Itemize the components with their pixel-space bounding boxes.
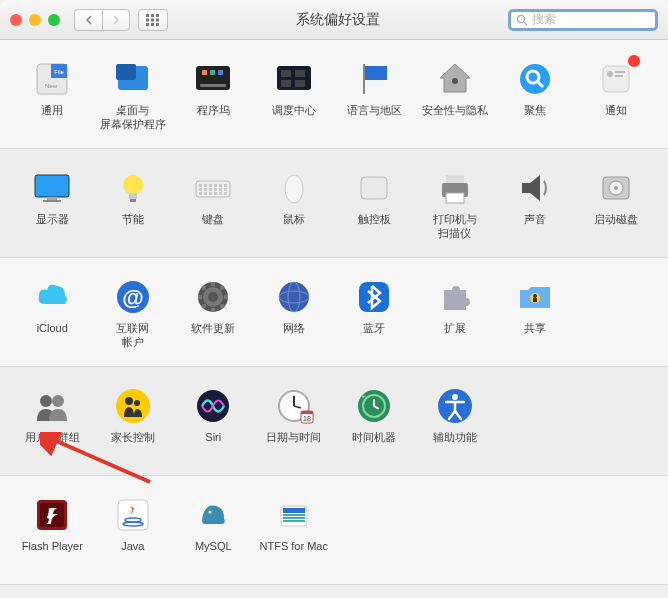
dock-icon [192,58,234,100]
pref-label: 扩展 [444,322,466,350]
pref-item-java[interactable]: Java [93,492,174,570]
close-icon[interactable] [10,14,22,26]
flash-icon [31,494,73,536]
pref-item-parental[interactable]: 家长控制 [93,383,174,461]
pref-item-displays[interactable]: 显示器 [12,165,93,243]
mission-icon [273,58,315,100]
search-placeholder: 搜索 [532,11,556,28]
pref-item-users[interactable]: 用户与群组 [12,383,93,461]
minimize-icon[interactable] [29,14,41,26]
svg-rect-47 [214,184,217,187]
pref-item-desktop[interactable]: 桌面与 屏幕保护程序 [93,56,174,134]
pref-item-notifications[interactable]: 通知 [576,56,657,134]
forward-button[interactable] [102,9,130,31]
svg-rect-81 [211,282,215,286]
svg-rect-114 [283,514,305,516]
show-all-button[interactable] [138,9,168,31]
svg-rect-46 [209,184,212,187]
disk-icon [595,167,637,209]
svg-point-105 [452,394,458,400]
pref-label: 语言与地区 [347,104,402,132]
pref-label: 辅助功能 [433,431,477,459]
svg-rect-19 [202,70,207,75]
parental-icon [112,385,154,427]
clock-icon: 18 [273,385,315,427]
svg-rect-49 [224,184,227,187]
pref-item-trackpad[interactable]: 触控板 [334,165,415,243]
pref-item-siri[interactable]: Siri [173,383,254,461]
svg-point-69 [614,186,618,190]
svg-point-9 [518,15,525,22]
pref-label: 打印机与 扫描仪 [433,213,477,241]
pref-item-mouse[interactable]: 鼠标 [254,165,335,243]
pref-item-icloud[interactable]: iCloud [12,274,93,352]
svg-rect-100 [301,411,313,414]
globe-icon [273,276,315,318]
svg-point-111 [209,511,212,514]
svg-rect-78 [202,304,206,308]
svg-rect-4 [151,18,154,21]
svg-rect-59 [214,192,217,195]
svg-rect-89 [533,298,537,302]
svg-rect-115 [283,517,305,519]
pref-label: 鼠标 [283,213,305,241]
pref-label: 时间机器 [352,431,396,459]
pref-item-accessibility[interactable]: 辅助功能 [415,383,496,461]
pref-item-extensions[interactable]: 扩展 [415,274,496,352]
java-icon [112,494,154,536]
pref-item-sharing[interactable]: 共享 [495,274,576,352]
pref-grid: FileNew通用桌面与 屏幕保护程序程序坞调度中心语言与地区安全性与隐私聚焦通… [0,40,668,585]
svg-rect-116 [283,520,305,522]
pref-item-bluetooth[interactable]: 蓝牙 [334,274,415,352]
pref-item-sound[interactable]: 声音 [495,165,576,243]
pref-label: 蓝牙 [363,322,385,350]
pref-item-dock[interactable]: 程序坞 [173,56,254,134]
pref-item-datetime[interactable]: 18日期与时间 [254,383,335,461]
pref-item-language[interactable]: 语言与地区 [334,56,415,134]
pref-row: FileNew通用桌面与 屏幕保护程序程序坞调度中心语言与地区安全性与隐私聚焦通… [0,40,668,149]
svg-point-29 [520,64,550,94]
pref-item-network[interactable]: 网络 [254,274,335,352]
pref-item-general[interactable]: FileNew通用 [12,56,93,134]
pref-item-printers[interactable]: 打印机与 扫描仪 [415,165,496,243]
pref-item-software[interactable]: 软件更新 [173,274,254,352]
notif-icon [595,58,637,100]
pref-label: 日期与时间 [266,431,321,459]
svg-rect-82 [220,286,224,290]
ntfs-icon [273,494,315,536]
pref-label: 网络 [283,322,305,350]
svg-text:18: 18 [303,415,311,422]
pref-row: iCloud@互联网 帐户软件更新网络蓝牙扩展共享 [0,258,668,367]
tm-icon [353,385,395,427]
pref-item-spotlight[interactable]: 聚焦 [495,56,576,134]
pref-item-internet[interactable]: @互联网 帐户 [93,274,174,352]
mysql-icon [192,494,234,536]
svg-point-93 [125,397,133,405]
svg-rect-6 [146,23,149,26]
pref-item-energy[interactable]: 节能 [93,165,174,243]
svg-rect-52 [209,188,212,191]
back-button[interactable] [74,9,102,31]
pref-item-keyboard[interactable]: 键盘 [173,165,254,243]
svg-rect-16 [116,64,136,80]
pref-item-mission[interactable]: 调度中心 [254,56,335,134]
pref-item-flash[interactable]: Flash Player [12,492,93,570]
zoom-icon[interactable] [48,14,60,26]
svg-rect-42 [130,199,136,202]
pref-item-security[interactable]: 安全性与隐私 [415,56,496,134]
svg-text:@: @ [122,285,143,310]
display-icon [31,167,73,209]
svg-point-92 [116,389,150,423]
notification-badge [627,54,641,68]
pref-item-timemachine[interactable]: 时间机器 [334,383,415,461]
search-input[interactable]: 搜索 [508,9,658,31]
window-controls [10,14,60,26]
pref-item-mysql[interactable]: MySQL [173,492,254,570]
pref-label: 共享 [524,322,546,350]
pref-item-startup[interactable]: 启动磁盘 [576,165,657,243]
svg-rect-34 [615,71,625,73]
svg-rect-50 [199,188,202,191]
pref-item-ntfs[interactable]: NTFS for Mac [254,492,335,570]
flag-icon [353,58,395,100]
svg-rect-32 [603,66,629,92]
